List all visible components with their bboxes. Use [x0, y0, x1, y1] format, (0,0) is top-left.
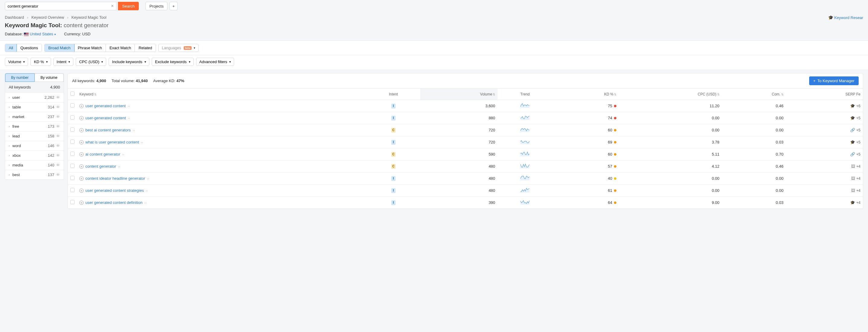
exclude-keywords-filter[interactable]: Exclude keywords▾: [152, 58, 194, 66]
languages-filter[interactable]: Languagesbeta ▾: [158, 44, 198, 52]
expand-icon[interactable]: ››: [146, 189, 148, 192]
sidebar-item[interactable]: › market 237 👁: [5, 112, 64, 121]
crumb-tool[interactable]: Keyword Magic Tool: [71, 15, 106, 20]
eye-icon[interactable]: 👁: [56, 95, 60, 100]
projects-button[interactable]: Projects: [146, 2, 167, 10]
add-keyword-icon[interactable]: +: [79, 140, 84, 144]
expand-icon[interactable]: ››: [147, 177, 149, 181]
add-project-button[interactable]: +: [169, 2, 178, 10]
select-all-checkbox[interactable]: [70, 91, 74, 96]
cpc-filter[interactable]: CPC (USD)▾: [76, 58, 106, 66]
add-keyword-icon[interactable]: +: [79, 128, 84, 132]
keyword-link[interactable]: user generated content definition: [85, 200, 143, 205]
kd-filter[interactable]: KD %▾: [30, 58, 51, 66]
intent-filter[interactable]: Intent▾: [53, 58, 73, 66]
serp-features-cell[interactable]: 🎓+5: [788, 116, 861, 120]
add-keyword-icon[interactable]: +: [79, 152, 84, 157]
sidebar-item[interactable]: › user 2,262 👁: [5, 92, 64, 102]
expand-icon[interactable]: ››: [132, 129, 134, 132]
serp-features-cell[interactable]: 🖼+4: [788, 188, 861, 193]
sidebar-item[interactable]: › xbox 142 👁: [5, 150, 64, 160]
sidebar-item[interactable]: › lead 158 👁: [5, 131, 64, 141]
serp-features-cell[interactable]: 🎓+5: [788, 140, 861, 144]
sort-by-number[interactable]: By number: [5, 74, 35, 82]
add-keyword-icon[interactable]: +: [79, 176, 84, 181]
tab-phrase-match[interactable]: Phrase Match: [74, 44, 106, 52]
sidebar-item[interactable]: › table 314 👁: [5, 102, 64, 112]
row-checkbox[interactable]: [70, 151, 74, 156]
add-keyword-icon[interactable]: +: [79, 201, 84, 205]
tab-broad-match[interactable]: Broad Match: [44, 44, 74, 52]
clear-icon[interactable]: ×: [111, 3, 114, 9]
eye-icon[interactable]: 👁: [56, 114, 60, 119]
eye-icon[interactable]: 👁: [56, 153, 60, 158]
keyword-link[interactable]: user-generated content: [85, 116, 126, 120]
row-checkbox[interactable]: [70, 164, 74, 168]
serp-features-cell[interactable]: 🖼+4: [788, 176, 861, 181]
row-checkbox[interactable]: [70, 140, 74, 144]
col-cpc[interactable]: CPC (USD)⇅: [619, 88, 722, 100]
expand-icon[interactable]: ››: [118, 165, 120, 168]
serp-features-cell[interactable]: 🔗+5: [788, 152, 861, 157]
tab-related[interactable]: Related: [135, 44, 156, 52]
tab-all[interactable]: All: [5, 44, 17, 52]
expand-icon[interactable]: ››: [141, 140, 143, 144]
crumb-dashboard[interactable]: Dashboard: [5, 15, 24, 20]
keyword-research-link[interactable]: 🎓Keyword Resear: [828, 15, 863, 20]
sort-by-volume[interactable]: By volume: [35, 74, 64, 82]
row-checkbox[interactable]: [70, 128, 74, 132]
sidebar-all-keywords[interactable]: All keywords4,900: [5, 82, 64, 92]
keyword-link[interactable]: content ideator headline generator: [85, 176, 145, 181]
add-keyword-icon[interactable]: +: [79, 164, 84, 169]
database-selector[interactable]: Database: United States▾: [5, 32, 56, 36]
crumb-overview[interactable]: Keyword Overview: [31, 15, 64, 20]
sidebar-item[interactable]: › best 137 👁: [5, 170, 64, 179]
col-trend[interactable]: Trend: [497, 88, 552, 100]
eye-icon[interactable]: 👁: [56, 172, 60, 177]
keyword-link[interactable]: user generated content strategies: [85, 188, 144, 193]
search-button[interactable]: Search: [118, 2, 139, 10]
expand-icon[interactable]: ››: [128, 116, 130, 120]
row-checkbox[interactable]: [70, 176, 74, 180]
sidebar-item[interactable]: › word 146 👁: [5, 141, 64, 150]
advanced-filters[interactable]: Advanced filters▾: [196, 58, 235, 66]
to-keyword-manager-button[interactable]: +To Keyword Manager: [809, 77, 859, 85]
sidebar-item[interactable]: › free 173 👁: [5, 121, 64, 131]
serp-features-cell[interactable]: 🔗+5: [788, 128, 861, 132]
eye-icon[interactable]: 👁: [56, 163, 60, 167]
col-serp[interactable]: SERP Fe: [786, 88, 863, 100]
add-keyword-icon[interactable]: +: [79, 116, 84, 120]
eye-icon[interactable]: 👁: [56, 134, 60, 138]
serp-features-cell[interactable]: 🖼+4: [788, 164, 861, 169]
sidebar-item[interactable]: › media 140 👁: [5, 160, 64, 170]
serp-features-cell[interactable]: 🎓+6: [788, 104, 861, 108]
eye-icon[interactable]: 👁: [56, 143, 60, 148]
include-keywords-filter[interactable]: Include keywords▾: [108, 58, 149, 66]
row-checkbox[interactable]: [70, 188, 74, 192]
tab-questions[interactable]: Questions: [17, 44, 42, 52]
expand-icon[interactable]: ››: [144, 201, 146, 204]
row-checkbox[interactable]: [70, 115, 74, 120]
keyword-link[interactable]: content generator: [85, 164, 116, 169]
keyword-link[interactable]: user generated content: [85, 104, 126, 108]
col-keyword[interactable]: Keyword⇅: [77, 88, 367, 100]
row-checkbox[interactable]: [70, 200, 74, 204]
col-intent[interactable]: Intent: [367, 88, 421, 100]
expand-icon[interactable]: ››: [122, 153, 124, 156]
col-com[interactable]: Com.⇅: [722, 88, 786, 100]
add-keyword-icon[interactable]: +: [79, 189, 84, 193]
keyword-link[interactable]: what is user generated content: [85, 140, 139, 144]
col-kd[interactable]: KD %⇅: [552, 88, 619, 100]
volume-filter[interactable]: Volume▾: [5, 58, 28, 66]
tab-exact-match[interactable]: Exact Match: [106, 44, 135, 52]
keyword-link[interactable]: best ai content generators: [85, 128, 131, 132]
add-keyword-icon[interactable]: +: [79, 104, 84, 108]
keyword-link[interactable]: ai content generator: [85, 152, 120, 157]
search-input[interactable]: [7, 4, 111, 8]
serp-features-cell[interactable]: 🎓+4: [788, 200, 861, 205]
eye-icon[interactable]: 👁: [56, 105, 60, 109]
col-volume[interactable]: Volume⇅: [420, 88, 497, 100]
eye-icon[interactable]: 👁: [56, 124, 60, 129]
expand-icon[interactable]: ››: [128, 104, 130, 108]
row-checkbox[interactable]: [70, 103, 74, 108]
